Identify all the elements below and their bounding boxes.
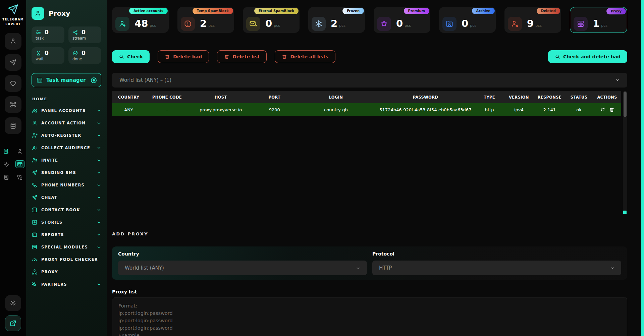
sidebar-item-partners[interactable]: PARTNERS [32,278,101,290]
card-icon-tile [312,17,326,31]
protocol-select[interactable]: HTTP [372,261,621,275]
delete-bad-button[interactable]: Delete bad [158,50,209,63]
rail-db-button[interactable] [5,117,21,134]
rail-gear-button[interactable] [5,295,21,311]
card-icon-tile [246,17,260,31]
rail-command-button[interactable] [5,96,21,113]
stat-card-active-accounts[interactable]: Active accounts 48 pcs [112,7,169,33]
proxy-list-label: Proxy list [112,289,627,294]
rail-tool-gear[interactable] [2,160,10,168]
command-icon [9,101,17,108]
person-icon [32,120,38,126]
toolbar: Check Delete bad Delete list Delete all … [112,50,627,63]
stat-card-frozen[interactable]: Frozen 2 pcs [308,7,365,33]
rail-gem-button[interactable] [5,75,21,92]
sidebar-item-proxy[interactable]: PROXY [32,266,101,278]
sidebar-item-stories[interactable]: STORIES [32,216,101,228]
rail-tool-doc-check[interactable] [2,173,10,181]
column-header-version: VERSION [503,91,534,103]
proxy-table-area: COUNTRYPHONE CODEHOSTPORTLOGINPASSWORDTY… [112,91,627,214]
rail-tool-swap[interactable] [16,173,24,181]
rail-external-button[interactable] [5,315,21,331]
sidebar-item-label: ACCOUNT ACTION [41,121,86,125]
sidebar-item-auto-register[interactable]: AUTO-REGISTER [32,129,101,142]
sidebar-header: Proxy [32,7,101,20]
phone-icon [32,182,38,188]
sidebar-item-label: AUTO-REGISTER [41,133,81,138]
country-select[interactable]: World list (ANY) [118,261,367,275]
code-window-icon [17,161,23,167]
proxy-table: COUNTRYPHONE CODEHOSTPORTLOGINPASSWORDTY… [112,91,621,116]
stat-card-proxy[interactable]: Proxy 1 pcs [570,7,627,33]
refresh-icon [600,107,605,112]
octagon-alert-icon [184,20,192,28]
delete-list-button[interactable]: Delete list [217,50,267,63]
plane-icon [32,170,38,176]
sidebar-item-proxy-pool-checker[interactable]: PROXY POOL CHECKER [32,253,101,266]
plus-square-icon [32,219,38,225]
sidebar-item-invite[interactable]: INVITE [32,154,101,166]
card-value: 9 [527,19,534,29]
proxy-list-textarea[interactable] [112,297,627,336]
sidebar-item-reports[interactable]: REPORTS [32,228,101,241]
plane-icon [9,59,17,66]
page-scrollbar[interactable] [641,0,644,336]
stat-card-temp-spamblock[interactable]: Temp SpamBlock 2 pcs [177,7,234,33]
table-scrollbar[interactable] [623,91,627,211]
delete-all-lists-button[interactable]: Delete all lists [275,50,335,63]
chevron-down-icon [615,78,620,82]
column-header-host: HOST [189,91,253,103]
sidebar-item-cheat[interactable]: CHEAT [32,191,101,204]
sidebar-item-account-action[interactable]: ACCOUNT ACTION [32,117,101,129]
card-unit: pcs [470,23,476,28]
gauge-icon [32,257,38,263]
card-icon-tile [442,17,457,31]
sidebar-item-phone-numbers[interactable]: PHONE NUMBERS [32,179,101,191]
table-row[interactable]: ANY– proxy.proxyverse.io9200 country-gb5… [112,103,621,116]
chev-icon [97,133,101,138]
check-and-delete-bad-button[interactable]: Check and delete bad [548,50,627,63]
checklist-icon [36,30,41,35]
rail-tool-code-window[interactable] [15,160,24,168]
card-value: 0 [265,19,272,29]
rail-plane-button[interactable] [5,54,21,71]
book-icon [32,207,38,213]
stat-done-value: 0 [82,50,86,56]
stat-card-eternal-spamblock[interactable]: Eternal SpamBlock 0 pcs [243,7,300,33]
refresh-proxy-button[interactable] [600,107,605,112]
folder-user-icon [445,20,453,28]
sidebar-item-sending-sms[interactable]: SENDING SMS [32,166,101,179]
proxy-header-icon [32,7,44,20]
sidebar-item-panel-accounts[interactable]: PANEL ACCOUNTS [32,104,101,117]
server-check-icon [3,148,9,154]
gear-icon [9,299,17,307]
rail-person-button[interactable] [5,33,21,50]
sidebar-item-home[interactable]: HOME [32,97,101,101]
check-button[interactable]: Check [112,50,150,63]
stat-card-archive[interactable]: Archive 0 pcs [439,7,496,33]
sidebar-item-collect-audience[interactable]: COLLECT AUDIENCE [32,142,101,154]
card-value: 0 [462,19,468,29]
share-icon [72,30,78,35]
column-header-password: PASSWORD [376,91,476,103]
table-scrollbar-thumb[interactable] [624,92,627,117]
app-rail: TELEGRAM EXPERT [0,0,26,336]
country-field: Country World list (ANY) [118,251,367,275]
task-manager-button[interactable]: Task manager [32,73,101,87]
card-value: 1 [593,19,599,29]
stat-card-premium[interactable]: Premium 0 pcs [374,7,430,33]
sidebar-item-label: PHONE NUMBERS [41,183,85,187]
stat-card-deleted[interactable]: Deleted 9 pcs [504,7,561,33]
sidebar-item-special-modules[interactable]: SPECIAL MODULES [32,241,101,253]
delete-proxy-button[interactable] [609,107,614,112]
sidebar-item-label: INVITE [41,158,58,163]
page-title: Proxy [49,9,70,17]
world-list-select[interactable]: World list (ANY) – (1) [112,73,627,88]
pointer-icon [32,281,38,287]
sidebar-item-contact-book[interactable]: CONTACT BOOK [32,204,101,216]
rail-tool-server-check[interactable] [2,147,10,155]
chevron-down-icon [356,266,360,270]
rail-tool-person-cast[interactable] [16,147,24,155]
sidebar-item-label: PARTNERS [41,282,67,287]
world-list-select-value: World list (ANY) – (1) [119,77,171,83]
